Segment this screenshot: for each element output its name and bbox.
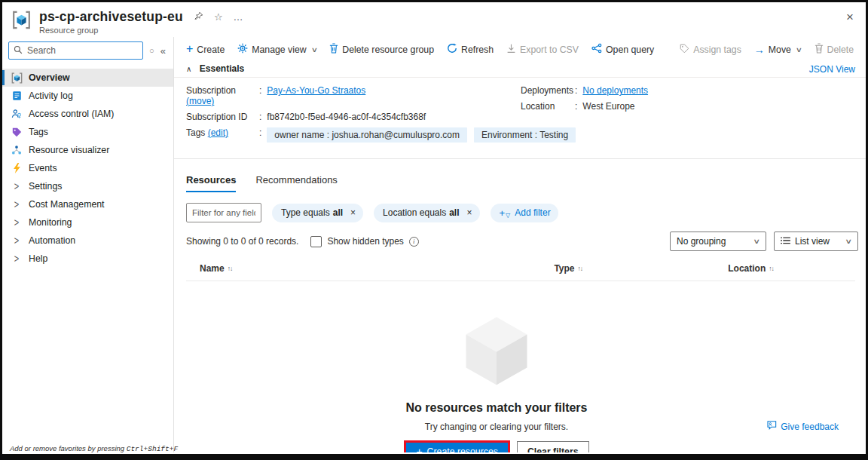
main-content: + Create Manage view ∨ Delete resource g… [174, 37, 866, 452]
manage-view-button[interactable]: Manage view ∨ [237, 43, 316, 56]
move-button[interactable]: → Move ∨ [754, 44, 802, 55]
create-button[interactable]: + Create [186, 44, 225, 55]
delete-button[interactable]: Delete [815, 43, 854, 56]
give-feedback[interactable]: Give feedback [765, 420, 839, 433]
tab-resources[interactable]: Resources [186, 174, 236, 192]
sidebar-item-resource-visualizer[interactable]: Resource visualizer [2, 141, 173, 159]
column-header-name[interactable]: Name ↑↓ [186, 263, 554, 274]
red-highlight-annotation: + Create resources [404, 440, 510, 452]
collapse-sidebar-icon[interactable]: « [160, 45, 166, 57]
plus-icon: + [416, 446, 422, 452]
remove-filter-icon[interactable]: × [350, 207, 356, 218]
arrow-right-icon: → [754, 44, 765, 55]
json-view-link[interactable]: JSON View [809, 64, 855, 75]
sidebar-item-access-control[interactable]: Access control (IAM) [2, 105, 173, 123]
activity-log-icon [11, 90, 23, 102]
grouping-select[interactable]: No grouping ∨ [670, 232, 766, 251]
deployments-value-link[interactable]: No deployments [582, 85, 648, 96]
trash-icon [329, 43, 338, 56]
sidebar-item-settings[interactable]: > Settings [2, 177, 173, 195]
export-csv-button[interactable]: Export to CSV [506, 44, 579, 56]
sidebar-item-overview[interactable]: Overview [2, 69, 173, 87]
pin-icon[interactable] [194, 11, 203, 23]
search-input[interactable] [27, 45, 138, 56]
download-icon [506, 44, 516, 56]
essentials-collapse[interactable]: ∧ Essentials [186, 61, 244, 75]
favorite-star-icon[interactable]: ☆ [214, 12, 223, 22]
create-resources-button[interactable]: + Create resources [406, 443, 508, 452]
query-branch-icon [591, 43, 602, 56]
subscription-id-label: Subscription ID [186, 112, 259, 122]
sidebar-item-automation[interactable]: > Automation [2, 232, 173, 250]
empty-state-subtext: Try changing or clearing your filters. [174, 422, 819, 432]
tag-icon [11, 126, 23, 138]
chevron-down-icon: ∨ [310, 46, 317, 54]
assign-tags-button[interactable]: Assign tags [680, 44, 741, 56]
column-header-type[interactable]: Type ↑↓ [554, 263, 728, 274]
page-title: ps-cp-archivesetup-eu [39, 9, 183, 25]
show-hidden-types-toggle[interactable]: Show hidden types i [310, 236, 418, 247]
lightning-icon [11, 162, 23, 174]
clear-filters-button[interactable]: Clear filters [517, 441, 589, 452]
status-circle-icon: ○ [149, 46, 154, 55]
plus-icon: + [186, 43, 193, 55]
sidebar-item-events[interactable]: Events [2, 159, 173, 177]
resource-group-icon [11, 11, 32, 32]
subscription-label: Subscription (move) [186, 85, 259, 106]
refresh-button[interactable]: Refresh [447, 43, 494, 56]
resource-table-header: Name ↑↓ Type ↑↓ Location ↑↓ [186, 263, 855, 281]
filter-pill-type[interactable]: Type equals all × [272, 204, 363, 222]
tags-edit-link[interactable]: (edit) [208, 127, 228, 138]
show-hidden-types-checkbox[interactable] [310, 236, 322, 247]
chevron-right-icon: > [11, 235, 23, 247]
column-header-location[interactable]: Location ↑↓ [728, 263, 855, 274]
sidebar-item-help[interactable]: > Help [2, 250, 173, 268]
tag-outline-icon [680, 44, 689, 56]
empty-state-heading: No resources match your filters [174, 401, 819, 415]
chevron-right-icon: > [11, 216, 23, 228]
deployments-label: Deployments [521, 85, 575, 96]
open-query-button[interactable]: Open query [591, 43, 654, 56]
sidebar-item-cost-management[interactable]: > Cost Management [2, 195, 173, 213]
tag-chip-owner[interactable]: owner name : joshua.rohan@cumuluspro.com [267, 127, 467, 143]
essentials-section: Subscription (move) : Pay-As-You-Go Stra… [174, 78, 866, 151]
sidebar-item-monitoring[interactable]: > Monitoring [2, 213, 173, 232]
view-select[interactable]: List view ∨ [774, 232, 858, 251]
records-row: Showing 0 to 0 of 0 records. Show hidden… [186, 232, 858, 251]
location-value: West Europe [582, 101, 634, 112]
filter-bar: Type equals all × Location equals all × … [186, 203, 854, 222]
sidebar-item-activity-log[interactable]: Activity log [2, 87, 173, 105]
titlebar: ps-cp-archivesetup-eu ☆ … Resource group… [2, 2, 866, 37]
empty-cube-illustration [463, 377, 530, 390]
remove-filter-icon[interactable]: × [467, 207, 472, 218]
chevron-down-icon: ∨ [796, 46, 802, 54]
sidebar-search[interactable] [8, 41, 143, 60]
sidebar-item-tags[interactable]: Tags [2, 123, 173, 141]
favorites-hint: Add or remove favorites by pressing Ctrl… [10, 444, 178, 453]
close-icon[interactable]: × [846, 10, 854, 25]
resource-type-label: Resource group [39, 26, 243, 35]
subscription-move-link[interactable]: (move) [186, 96, 214, 106]
caret-up-icon: ∧ [186, 65, 191, 73]
add-filter-button[interactable]: + ▽ Add filter [491, 204, 558, 222]
subscription-value-link[interactable]: Pay-As-You-Go Straatos [267, 85, 365, 96]
chevron-down-icon: ∨ [753, 238, 761, 245]
delete-resource-group-button[interactable]: Delete resource group [329, 43, 434, 56]
chevron-right-icon: > [11, 180, 23, 192]
empty-state: No resources match your filters Try chan… [174, 314, 866, 452]
more-options-icon[interactable]: … [234, 12, 243, 22]
give-feedback-link[interactable]: Give feedback [781, 422, 839, 432]
refresh-icon [447, 43, 457, 56]
sidebar-nav: Overview Activity log Access control (IA… [2, 69, 173, 268]
list-view-icon [781, 236, 790, 247]
chevron-right-icon: > [11, 253, 23, 265]
plus-icon: + [500, 208, 506, 218]
access-control-icon [11, 108, 23, 120]
filter-input[interactable] [186, 203, 261, 222]
chevron-down-icon: ∨ [845, 238, 853, 245]
search-icon [14, 44, 23, 57]
filter-pill-location[interactable]: Location equals all × [374, 204, 479, 222]
tab-recommendations[interactable]: Recommendations [255, 174, 337, 192]
trash-icon [815, 43, 824, 56]
location-label: Location [521, 101, 575, 112]
